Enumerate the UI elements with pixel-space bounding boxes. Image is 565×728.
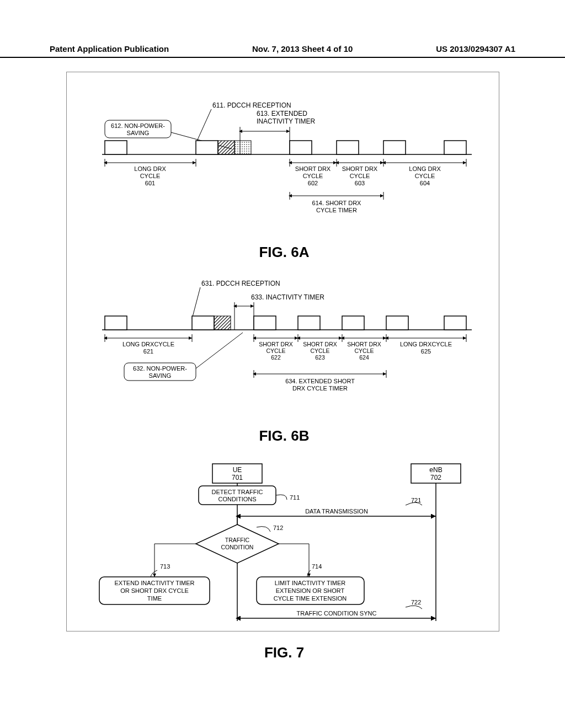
ref-721: 721 xyxy=(411,497,421,504)
cycle-623-l2: CYCLE xyxy=(310,347,329,354)
svg-rect-12 xyxy=(290,141,312,154)
fig6b-diagram: 631. PDCCH RECEPTION 633. INACTIVITY TIM… xyxy=(91,277,477,421)
svg-rect-38 xyxy=(298,316,320,330)
label-633: 633. INACTIVITY TIMER xyxy=(251,293,324,301)
label-614-l2: CYCLE TIMER xyxy=(316,207,357,213)
header-right: US 2013/0294307 A1 xyxy=(436,44,515,53)
svg-line-1 xyxy=(196,109,211,143)
enb-l1: eNB xyxy=(429,466,442,474)
svg-rect-11 xyxy=(234,141,251,154)
fig6a-title: FIG. 6A xyxy=(83,244,486,261)
cycle-625-l2: 625 xyxy=(421,348,431,355)
dec-712-l1: TRAFFIC xyxy=(225,537,250,543)
fig6a-diagram: 611. PDCCH RECEPTION 613. EXTENDED INACT… xyxy=(91,99,477,237)
step-711-l2: CONDITIONS xyxy=(218,496,256,502)
step-714-l3: CYCLE TIME EXTENSION xyxy=(274,595,347,602)
ref-712: 712 xyxy=(273,524,283,531)
cycle-601-l2: CYCLE xyxy=(140,173,161,179)
header-center: Nov. 7, 2013 Sheet 4 of 10 xyxy=(252,44,353,53)
label-612-l2: SAVING xyxy=(127,130,150,136)
svg-rect-13 xyxy=(337,141,359,154)
svg-rect-39 xyxy=(342,316,364,330)
step-713-l3: TIME xyxy=(147,595,162,602)
fig7-title: FIG. 7 xyxy=(83,644,486,661)
label-613-l1: 613. EXTENDED xyxy=(257,110,307,117)
cycle-602-l1: SHORT DRX xyxy=(295,165,331,172)
label-631: 631. PDCCH RECEPTION xyxy=(201,280,280,287)
cycle-601-l1: LONG DRX xyxy=(134,165,166,172)
label-613-l2: INACTIVITY TIMER xyxy=(257,117,316,125)
label-634-l1: 634. EXTENDED SHORT xyxy=(285,378,355,384)
svg-rect-41 xyxy=(444,316,466,330)
cycle-622-l2: CYCLE xyxy=(266,347,285,354)
ref-711: 711 xyxy=(290,494,300,501)
label-632-l1: 632. NON-POWER- xyxy=(133,365,187,372)
arrow-722: TRAFFIC CONDITION SYNC xyxy=(297,610,377,617)
cycle-624-l3: 624 xyxy=(359,354,369,361)
step-714-l2: EXTENSION OR SHORT xyxy=(276,587,345,594)
label-632-l2: SAVING xyxy=(149,372,172,379)
svg-line-29 xyxy=(192,287,200,319)
fig6b-title: FIG. 6B xyxy=(83,427,486,445)
cycle-621-l2: 621 xyxy=(143,348,153,355)
cycle-602-l3: 602 xyxy=(308,180,318,186)
svg-rect-14 xyxy=(383,141,406,154)
svg-rect-35 xyxy=(192,316,214,330)
header-left: Patent Application Publication xyxy=(50,44,169,53)
cycle-623-l1: SHORT DRX xyxy=(303,341,337,347)
ref-714: 714 xyxy=(312,563,322,570)
cycle-601-l3: 601 xyxy=(145,180,155,186)
svg-rect-36 xyxy=(214,316,231,330)
svg-line-55 xyxy=(196,333,243,368)
cycle-604-l3: 604 xyxy=(420,180,430,186)
svg-rect-10 xyxy=(218,141,234,154)
cycle-622-l3: 622 xyxy=(271,354,281,361)
arrow-721: DATA TRANSMISSION xyxy=(305,508,368,515)
cycle-603-l3: 603 xyxy=(355,180,365,186)
ref-722: 722 xyxy=(411,599,421,606)
cycle-603-l1: SHORT DRX xyxy=(342,165,378,172)
cycle-622-l1: SHORT DRX xyxy=(259,341,292,347)
cycle-621-l1: LONG DRXCYCLE xyxy=(122,341,174,347)
svg-rect-37 xyxy=(254,316,276,330)
enb-l2: 702 xyxy=(430,474,441,481)
step-713-l1: EXTEND INACTIVITY TIMER xyxy=(114,580,194,586)
svg-rect-34 xyxy=(105,316,127,330)
dec-712-l2: CONDITION xyxy=(221,544,254,550)
cycle-603-l2: CYCLE xyxy=(350,173,370,179)
cycle-602-l2: CYCLE xyxy=(303,173,323,179)
label-612-l1: 612. NON-POWER- xyxy=(111,122,165,129)
fig7-diagram: UE 701 eNB 702 DETECT TRAFFIC CONDITIONS… xyxy=(91,461,477,638)
cycle-625-l1: LONG DRXCYCLE xyxy=(400,341,452,347)
label-611: 611. PDCCH RECEPTION xyxy=(212,101,291,109)
ue-l1: UE xyxy=(233,466,242,474)
content-area: 611. PDCCH RECEPTION 613. EXTENDED INACT… xyxy=(83,99,486,678)
step-713-l2: OR SHORT DRX CYCLE xyxy=(120,587,189,594)
cycle-624-l2: CYCLE xyxy=(354,347,374,354)
cycle-604-l2: CYCLE xyxy=(415,173,435,179)
page-header: Patent Application Publication Nov. 7, 2… xyxy=(0,44,565,58)
step-714-l1: LIMIT INACTIVITY TIMER xyxy=(275,580,345,586)
svg-rect-9 xyxy=(196,141,218,154)
cycle-623-l3: 623 xyxy=(315,354,325,361)
cycle-604-l1: LONG DRX xyxy=(409,165,441,172)
step-711-l1: DETECT TRAFFIC xyxy=(211,489,263,495)
label-614-l1: 614. SHORT DRX xyxy=(312,200,362,206)
ue-l2: 701 xyxy=(232,474,243,481)
svg-rect-8 xyxy=(105,141,127,154)
label-634-l2: DRX CYCLE TIMER xyxy=(292,385,348,392)
ref-713: 713 xyxy=(160,563,170,570)
svg-rect-40 xyxy=(386,316,408,330)
svg-rect-15 xyxy=(444,141,466,154)
cycle-624-l1: SHORT DRX xyxy=(347,341,381,347)
